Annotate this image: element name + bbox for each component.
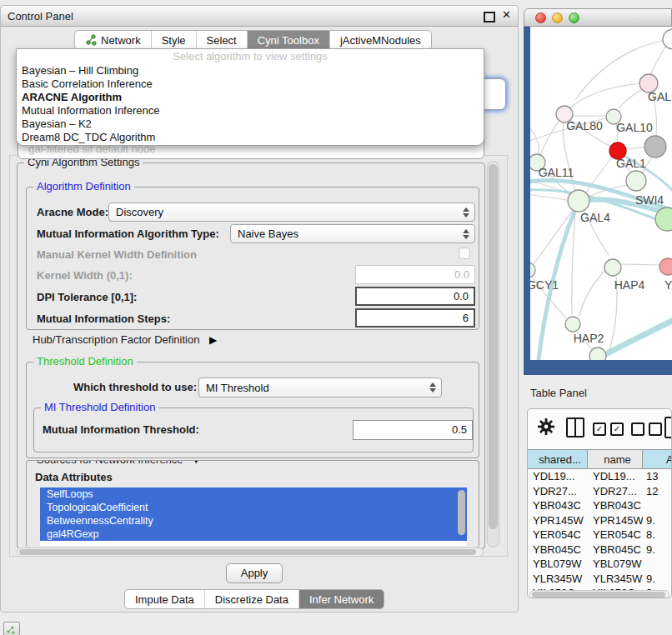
network-canvas[interactable]: GAL GAL80 GAL10 GAL1 GAL11 GAL4 SWI4 GCY… <box>530 27 672 360</box>
mi-threshold-definition-group: MI Threshold Definition Mutual Informati… <box>33 408 474 452</box>
aracne-mode-combo[interactable]: Discovery <box>108 202 475 222</box>
list-item-gal4rgexp[interactable]: gal4RGexp <box>40 528 467 541</box>
list-scrollbar-thumb[interactable] <box>458 490 465 535</box>
algorithm-definition-title: Algorithm Definition <box>33 180 134 192</box>
node-gray[interactable] <box>644 136 666 158</box>
table-row[interactable]: YBL079W YBL079W <box>528 557 672 572</box>
mac-close-icon[interactable] <box>535 12 546 23</box>
select-all-checkboxes-icon[interactable]: ✓ ✓ <box>593 422 624 436</box>
label-gal4: GAL4 <box>580 211 610 224</box>
dpi-tolerance-field[interactable]: 0.0 <box>355 287 475 306</box>
application-screen: Control Panel ✕ Network Style Select Cyn… <box>0 0 672 635</box>
label-gal11: GAL11 <box>539 166 574 179</box>
data-attributes-list: SelfLoops TopologicalCoefficient Between… <box>40 488 467 546</box>
dropdown-item-dream8[interactable]: Dream8 DC_TDC Algorithm <box>17 131 484 144</box>
tab-infer-network-label: Infer Network <box>309 593 374 606</box>
tab-impute-data[interactable]: Impute Data <box>125 590 204 608</box>
dropdown-item-aracne[interactable]: ARACNE Algorithm <box>17 91 484 104</box>
list-item-betweennesscentrality[interactable]: BetweennessCentrality <box>40 514 467 528</box>
tab-style[interactable]: Style <box>151 31 196 49</box>
cell-value: 9. <box>643 543 672 556</box>
collapsed-arrow-icon: ▶ <box>209 334 217 346</box>
node-gcy1[interactable] <box>530 262 535 278</box>
table-row[interactable]: YDL19... YDL19... 13 <box>528 469 672 484</box>
settings-vertical-scrollbar[interactable] <box>487 161 499 548</box>
dropdown-item-mutual-information[interactable]: Mutual Information Inference <box>17 104 484 118</box>
table-row[interactable]: YBR043C YBR043C <box>528 498 672 513</box>
control-panel-title: Control Panel <box>8 6 73 27</box>
tab-select[interactable]: Select <box>196 31 247 49</box>
cell-name: YLR345W <box>588 572 643 585</box>
mi-steps-field[interactable]: 6 <box>355 308 475 328</box>
settings-horizontal-scrollbar-thumb[interactable] <box>19 549 476 555</box>
float-window-icon[interactable] <box>484 12 495 22</box>
table-horizontal-scrollbar[interactable] <box>529 590 669 598</box>
tab-network[interactable]: Network <box>75 31 151 49</box>
sources-group-title[interactable]: Sources for Network Inference ▼ <box>33 460 204 466</box>
node-gal4[interactable] <box>568 190 589 212</box>
tab-infer-network[interactable]: Infer Network <box>298 590 384 608</box>
network-window-titlebar[interactable] <box>524 8 672 27</box>
dropdown-item-bayesian-k2[interactable]: Bayesian – K2 <box>17 118 484 131</box>
threshold-definition-group: Threshold Definition Which threshold to … <box>26 362 479 458</box>
table-row[interactable]: YDR27... YDR27... 12 <box>528 484 672 499</box>
settings-vertical-scrollbar-thumb[interactable] <box>489 164 498 529</box>
table-row[interactable]: YER054C YER054C 8. <box>528 528 672 542</box>
new-table-icon[interactable] <box>664 417 672 438</box>
column-header-partial[interactable]: A <box>643 450 672 468</box>
settings-scroll-area: Cyni Algorithm Settings Algorithm Defini… <box>9 155 508 557</box>
cell-name: YDR27... <box>588 485 643 498</box>
column-header-name[interactable]: name <box>588 450 643 468</box>
cell-value: 9. <box>643 514 672 527</box>
deselect-all-checkboxes-icon[interactable] <box>631 422 662 436</box>
settings-horizontal-scrollbar[interactable] <box>17 548 484 557</box>
node-hap2[interactable] <box>565 317 580 332</box>
node-partial-bottom[interactable] <box>589 348 606 360</box>
dpi-tolerance-label: DPI Tolerance [0,1]: <box>37 291 137 303</box>
dropdown-item-basic-correlation[interactable]: Basic Correlation Inference <box>17 78 484 91</box>
node-hap4[interactable] <box>604 259 621 276</box>
hub-tf-definition-toggle[interactable]: Hub/Transcription Factor Definition ▶ <box>33 333 217 346</box>
data-attributes-label: Data Attributes <box>35 471 113 483</box>
minimized-panel-button[interactable] <box>3 622 20 635</box>
node-gal1[interactable] <box>626 171 646 191</box>
manual-kernel-width-checkbox[interactable] <box>459 248 470 259</box>
tab-style-label: Style <box>162 34 186 47</box>
kernel-width-field[interactable]: 0.0 <box>355 265 475 284</box>
table-row[interactable]: YLR345W YLR345W 9. <box>528 572 672 587</box>
mi-threshold-field[interactable]: 0.5 <box>353 420 473 440</box>
tab-jactivemnodules[interactable]: jActiveMNodules <box>329 31 431 49</box>
column-header-shared[interactable]: shared... <box>528 450 588 468</box>
table-row[interactable]: YBR045C YBR045C 9. <box>528 542 672 558</box>
mac-zoom-icon[interactable] <box>569 12 579 23</box>
node-salmon-y[interactable] <box>659 258 672 275</box>
split-columns-icon[interactable] <box>566 418 584 438</box>
mac-minimize-icon[interactable] <box>552 12 563 23</box>
algorithm-definition-group: Algorithm Definition Aracne Mode: Discov… <box>26 187 479 330</box>
mi-steps-label: Mutual Information Steps: <box>37 312 170 325</box>
cell-shared-name: YDL19... <box>528 470 588 482</box>
cell-name: YER054C <box>588 528 643 541</box>
mi-algorithm-type-combo[interactable]: Naive Bayes <box>230 224 475 243</box>
stepper-arrows-icon <box>463 208 469 218</box>
tab-discretize-data[interactable]: Discretize Data <box>204 590 298 608</box>
table-horizontal-scrollbar-thumb[interactable] <box>532 592 665 598</box>
close-icon[interactable]: ✕ <box>502 8 511 21</box>
list-item-selfloops[interactable]: SelfLoops <box>40 488 467 501</box>
aracne-mode-label: Aracne Mode: <box>37 206 108 218</box>
apply-button[interactable]: Apply <box>226 563 283 583</box>
table-row[interactable]: YPR145W YPR145W 9. <box>528 513 672 528</box>
list-item-topologicalcoefficient[interactable]: TopologicalCoefficient <box>40 501 467 514</box>
cell-value: 8. <box>643 528 672 541</box>
dropdown-item-bayesian-hill-climbing[interactable]: Bayesian – Hill Climbing <box>17 64 484 78</box>
mi-threshold-label: Mutual Information Threshold: <box>43 423 199 436</box>
which-threshold-combo[interactable]: MI Threshold <box>198 378 442 398</box>
gear-icon[interactable] <box>538 418 554 438</box>
tab-impute-data-label: Impute Data <box>135 593 194 606</box>
node-partial-top[interactable] <box>663 29 672 49</box>
network-icon <box>85 34 97 46</box>
cell-value: 9. <box>643 572 672 585</box>
mi-algorithm-type-label: Mutual Information Algorithm Type: <box>37 228 219 240</box>
cell-name: YDL19... <box>588 470 643 482</box>
tab-cyni-toolbox[interactable]: Cyni Toolbox <box>247 31 329 49</box>
